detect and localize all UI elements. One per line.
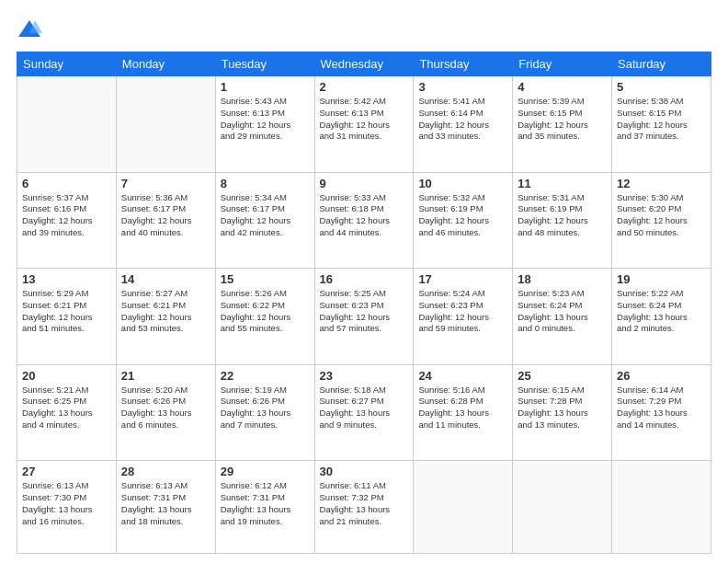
day-cell: 21Sunrise: 5:20 AM Sunset: 6:26 PM Dayli… xyxy=(116,364,215,461)
day-cell: 6Sunrise: 5:37 AM Sunset: 6:16 PM Daylig… xyxy=(17,172,117,269)
day-cell xyxy=(116,76,215,173)
day-info: Sunrise: 5:24 AM Sunset: 6:23 PM Dayligh… xyxy=(418,288,507,335)
day-cell: 19Sunrise: 5:22 AM Sunset: 6:24 PM Dayli… xyxy=(612,269,711,365)
day-cell: 25Sunrise: 6:15 AM Sunset: 7:28 PM Dayli… xyxy=(513,364,612,461)
day-info: Sunrise: 5:41 AM Sunset: 6:14 PM Dayligh… xyxy=(418,96,507,143)
day-number: 19 xyxy=(617,272,706,286)
day-info: Sunrise: 5:42 AM Sunset: 6:13 PM Dayligh… xyxy=(320,96,409,143)
day-info: Sunrise: 6:15 AM Sunset: 7:28 PM Dayligh… xyxy=(518,385,607,431)
day-info: Sunrise: 5:21 AM Sunset: 6:25 PM Dayligh… xyxy=(22,385,111,431)
day-cell: 17Sunrise: 5:24 AM Sunset: 6:23 PM Dayli… xyxy=(414,269,513,365)
day-number: 17 xyxy=(418,272,507,286)
weekday-header-monday: Monday xyxy=(116,52,215,76)
day-info: Sunrise: 5:30 AM Sunset: 6:20 PM Dayligh… xyxy=(617,192,706,239)
day-cell xyxy=(17,76,117,173)
week-row-3: 13Sunrise: 5:29 AM Sunset: 6:21 PM Dayli… xyxy=(17,269,711,365)
week-row-1: 1Sunrise: 5:43 AM Sunset: 6:13 PM Daylig… xyxy=(17,76,711,173)
day-info: Sunrise: 5:20 AM Sunset: 6:26 PM Dayligh… xyxy=(121,385,210,431)
day-info: Sunrise: 5:31 AM Sunset: 6:19 PM Dayligh… xyxy=(518,192,607,239)
weekday-header-saturday: Saturday xyxy=(612,52,711,76)
day-number: 5 xyxy=(617,80,706,94)
week-row-5: 27Sunrise: 6:13 AM Sunset: 7:30 PM Dayli… xyxy=(17,461,711,554)
day-info: Sunrise: 5:25 AM Sunset: 6:23 PM Dayligh… xyxy=(320,288,409,335)
day-cell: 12Sunrise: 5:30 AM Sunset: 6:20 PM Dayli… xyxy=(612,172,711,269)
day-cell: 4Sunrise: 5:39 AM Sunset: 6:15 PM Daylig… xyxy=(513,76,612,173)
day-info: Sunrise: 5:43 AM Sunset: 6:13 PM Dayligh… xyxy=(221,96,310,143)
day-number: 14 xyxy=(121,272,210,286)
day-number: 21 xyxy=(121,369,210,383)
day-number: 7 xyxy=(121,177,210,190)
day-cell: 2Sunrise: 5:42 AM Sunset: 6:13 PM Daylig… xyxy=(314,76,414,173)
day-number: 3 xyxy=(418,80,507,94)
day-info: Sunrise: 6:11 AM Sunset: 7:32 PM Dayligh… xyxy=(320,480,409,527)
day-info: Sunrise: 5:37 AM Sunset: 6:16 PM Dayligh… xyxy=(22,192,111,239)
day-number: 26 xyxy=(617,369,706,383)
day-cell: 30Sunrise: 6:11 AM Sunset: 7:32 PM Dayli… xyxy=(314,461,414,554)
day-info: Sunrise: 6:12 AM Sunset: 7:31 PM Dayligh… xyxy=(221,480,310,527)
day-cell: 27Sunrise: 6:13 AM Sunset: 7:30 PM Dayli… xyxy=(17,461,117,554)
weekday-header-thursday: Thursday xyxy=(414,52,513,76)
weekday-header-row: SundayMondayTuesdayWednesdayThursdayFrid… xyxy=(17,52,711,76)
day-number: 15 xyxy=(221,272,310,286)
day-info: Sunrise: 6:14 AM Sunset: 7:29 PM Dayligh… xyxy=(617,385,706,431)
page: SundayMondayTuesdayWednesdayThursdayFrid… xyxy=(0,0,728,563)
day-info: Sunrise: 5:33 AM Sunset: 6:18 PM Dayligh… xyxy=(320,192,409,239)
day-cell: 20Sunrise: 5:21 AM Sunset: 6:25 PM Dayli… xyxy=(17,364,117,461)
day-number: 16 xyxy=(320,272,409,286)
header xyxy=(17,17,711,42)
day-number: 10 xyxy=(418,177,507,190)
day-number: 22 xyxy=(221,369,310,383)
day-info: Sunrise: 5:27 AM Sunset: 6:21 PM Dayligh… xyxy=(121,288,210,335)
day-info: Sunrise: 5:39 AM Sunset: 6:15 PM Dayligh… xyxy=(518,96,607,143)
day-cell: 26Sunrise: 6:14 AM Sunset: 7:29 PM Dayli… xyxy=(612,364,711,461)
day-number: 11 xyxy=(518,177,607,190)
weekday-header-sunday: Sunday xyxy=(17,52,117,76)
day-cell: 16Sunrise: 5:25 AM Sunset: 6:23 PM Dayli… xyxy=(314,269,414,365)
day-number: 9 xyxy=(320,177,409,190)
day-info: Sunrise: 5:36 AM Sunset: 6:17 PM Dayligh… xyxy=(121,192,210,239)
weekday-header-wednesday: Wednesday xyxy=(314,52,414,76)
day-info: Sunrise: 6:13 AM Sunset: 7:31 PM Dayligh… xyxy=(121,480,210,527)
day-cell: 9Sunrise: 5:33 AM Sunset: 6:18 PM Daylig… xyxy=(314,172,414,269)
day-number: 30 xyxy=(320,465,409,478)
day-number: 1 xyxy=(221,80,310,94)
day-number: 29 xyxy=(221,465,310,478)
day-info: Sunrise: 5:23 AM Sunset: 6:24 PM Dayligh… xyxy=(518,288,607,335)
day-number: 13 xyxy=(22,272,111,286)
day-cell xyxy=(513,461,612,554)
day-number: 24 xyxy=(418,369,507,383)
day-info: Sunrise: 5:34 AM Sunset: 6:17 PM Dayligh… xyxy=(221,192,310,239)
day-number: 18 xyxy=(518,272,607,286)
day-info: Sunrise: 5:38 AM Sunset: 6:15 PM Dayligh… xyxy=(617,96,706,143)
day-cell: 10Sunrise: 5:32 AM Sunset: 6:19 PM Dayli… xyxy=(414,172,513,269)
day-info: Sunrise: 5:29 AM Sunset: 6:21 PM Dayligh… xyxy=(22,288,111,335)
day-info: Sunrise: 5:32 AM Sunset: 6:19 PM Dayligh… xyxy=(418,192,507,239)
day-number: 6 xyxy=(22,177,111,190)
day-cell: 8Sunrise: 5:34 AM Sunset: 6:17 PM Daylig… xyxy=(215,172,314,269)
day-info: Sunrise: 6:13 AM Sunset: 7:30 PM Dayligh… xyxy=(22,480,111,527)
weekday-header-friday: Friday xyxy=(513,52,612,76)
day-cell: 23Sunrise: 5:18 AM Sunset: 6:27 PM Dayli… xyxy=(314,364,414,461)
day-number: 12 xyxy=(617,177,706,190)
day-info: Sunrise: 5:26 AM Sunset: 6:22 PM Dayligh… xyxy=(221,288,310,335)
day-cell xyxy=(612,461,711,554)
day-info: Sunrise: 5:22 AM Sunset: 6:24 PM Dayligh… xyxy=(617,288,706,335)
day-cell: 14Sunrise: 5:27 AM Sunset: 6:21 PM Dayli… xyxy=(116,269,215,365)
week-row-4: 20Sunrise: 5:21 AM Sunset: 6:25 PM Dayli… xyxy=(17,364,711,461)
day-number: 28 xyxy=(121,465,210,478)
day-cell: 5Sunrise: 5:38 AM Sunset: 6:15 PM Daylig… xyxy=(612,76,711,173)
day-cell: 1Sunrise: 5:43 AM Sunset: 6:13 PM Daylig… xyxy=(215,76,314,173)
day-cell: 28Sunrise: 6:13 AM Sunset: 7:31 PM Dayli… xyxy=(116,461,215,554)
day-number: 23 xyxy=(320,369,409,383)
week-row-2: 6Sunrise: 5:37 AM Sunset: 6:16 PM Daylig… xyxy=(17,172,711,269)
logo-icon xyxy=(17,17,42,42)
day-cell: 29Sunrise: 6:12 AM Sunset: 7:31 PM Dayli… xyxy=(215,461,314,554)
day-number: 2 xyxy=(320,80,409,94)
day-number: 4 xyxy=(518,80,607,94)
day-info: Sunrise: 5:16 AM Sunset: 6:28 PM Dayligh… xyxy=(418,385,507,431)
day-cell: 22Sunrise: 5:19 AM Sunset: 6:26 PM Dayli… xyxy=(215,364,314,461)
day-number: 20 xyxy=(22,369,111,383)
day-cell: 15Sunrise: 5:26 AM Sunset: 6:22 PM Dayli… xyxy=(215,269,314,365)
day-cell xyxy=(414,461,513,554)
logo xyxy=(17,17,46,42)
